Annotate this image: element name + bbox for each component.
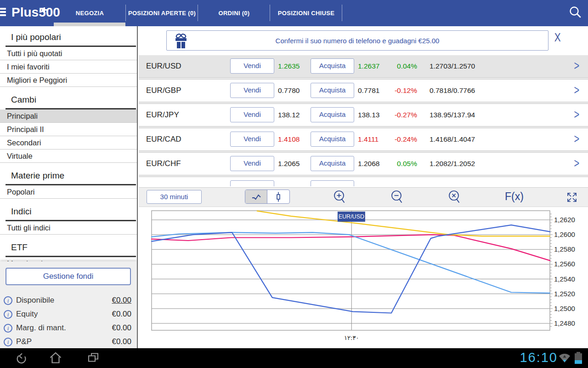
sidebar-item-secondari[interactable]: Secondari [0, 136, 137, 150]
line-chart-button[interactable] [245, 190, 267, 203]
plus500-logo: Plus500 [11, 5, 60, 20]
instrument-name: EUR/JPY [146, 104, 179, 126]
day-range: 138.95/137.94 [430, 104, 475, 126]
sell-button[interactable]: Vendi [230, 156, 274, 171]
fullscreen-icon [565, 190, 579, 204]
instrument-row-eur-cad[interactable]: EUR/CADVendi1.4108Acquista1.4111-0.24%1.… [139, 128, 588, 150]
search-icon [568, 5, 583, 21]
buy-button[interactable]: Acquista [311, 83, 354, 98]
home-button[interactable] [49, 351, 62, 367]
sidebar-item-principali[interactable]: Principali [0, 109, 137, 123]
logo-plus-icon [42, 7, 47, 12]
battery-icon [574, 351, 582, 366]
zoom-out-button[interactable] [390, 190, 405, 207]
sidebar-item-popolari[interactable]: Popolari [0, 185, 137, 199]
info-icon[interactable]: i [4, 338, 12, 346]
sidebar-section-i-pi-popolari: I più popolariTutti i più quotatiI miei … [0, 32, 137, 87]
row-chevron-icon[interactable]: > [574, 54, 579, 79]
row-chevron-icon[interactable]: > [574, 79, 579, 103]
sidebar-item-tutti-gli-indici[interactable]: Tutti gli indici [0, 221, 137, 235]
functions-button[interactable]: F(x) [505, 190, 524, 203]
day-range: 1.4168/1.4047 [430, 128, 475, 150]
search-button[interactable] [568, 5, 583, 21]
sidebar-section-title: I più popolari [6, 32, 136, 47]
account-label: Disponibile [16, 296, 54, 305]
buy-price: 1.4111 [358, 128, 379, 150]
manage-funds-button[interactable]: Gestione fondi [6, 268, 131, 285]
back-icon [14, 351, 28, 365]
instrument-row-eur-jpy[interactable]: EUR/JPYVendi138.12Acquista138.13-0.27%13… [139, 104, 588, 126]
timeframe-button[interactable]: 30 minuti [147, 190, 202, 204]
promo-banner-text: Confermi il suo numero di telefono e gua… [276, 37, 440, 45]
sell-price: 1.2065 [278, 153, 300, 175]
buy-button[interactable]: Acquista [311, 132, 354, 147]
zoom-reset-button[interactable] [447, 190, 463, 207]
sidebar-item-tutti-i-pi-quotati[interactable]: Tutti i più quotati [0, 47, 137, 60]
back-button[interactable] [14, 351, 28, 367]
buy-price: 1.2068 [358, 153, 379, 175]
info-icon[interactable]: i [4, 310, 12, 319]
sidebar-item-principali-ii[interactable]: Principali II [0, 123, 137, 136]
buy-button[interactable] [311, 180, 354, 186]
row-chevron-icon[interactable]: > [574, 152, 579, 176]
logo-text: Plus500 [11, 5, 60, 19]
tab-posizioni-chiuse[interactable]: POSIZIONI CHIUSE [270, 0, 342, 26]
x-axis-label: ١٢:٣٠ [344, 334, 359, 341]
recents-button[interactable] [86, 351, 100, 367]
info-icon[interactable]: i [4, 296, 12, 305]
sidebar-nav: I più popolariTutti i più quotatiI miei … [0, 26, 137, 270]
sell-button[interactable]: Vendi [230, 107, 274, 122]
buy-button[interactable]: Acquista [311, 156, 354, 171]
sell-button[interactable]: Vendi [230, 132, 274, 147]
sell-button[interactable]: Vendi [230, 58, 274, 74]
sidebar-section-title: Indici [6, 207, 136, 221]
price-chart-svg: 1,26201,26001,25801,25601,25401,25201,25… [139, 207, 588, 348]
row-chevron-icon[interactable]: > [574, 127, 579, 152]
buy-button[interactable]: Acquista [311, 107, 354, 122]
tab-negozia[interactable]: NEGOZIA [54, 0, 126, 26]
sidebar-section-title: Materie prime [6, 171, 136, 185]
instrument-row-partial[interactable] [139, 177, 588, 186]
plus500-app: Plus500 NEGOZIAPOSIZIONI APERTE (0)ORDIN… [0, 0, 588, 368]
sell-price: 1.2635 [278, 55, 300, 77]
banner-close-button[interactable]: X [554, 31, 560, 43]
android-nav-bar: 16:10 [0, 348, 588, 368]
change-percent: -0.27% [381, 104, 417, 126]
series-blue [152, 225, 550, 313]
sell-price: 1.4108 [278, 128, 300, 150]
row-chevron-icon[interactable]: > [574, 103, 579, 127]
sidebar-item-i-miei-favoriti[interactable]: I miei favoriti [0, 60, 137, 74]
sell-button[interactable]: Vendi [230, 83, 274, 98]
zoom-reset-icon [447, 190, 463, 205]
sidebar-section-materie-prime: Materie primePopolari [0, 171, 137, 199]
buy-button[interactable]: Acquista [311, 58, 354, 74]
day-range: 0.7818/0.7766 [430, 80, 475, 102]
instrument-row-eur-usd[interactable]: EUR/USDVendi1.2635Acquista1.26370.04%1.2… [139, 55, 588, 77]
y-axis-label: 1,2580 [554, 245, 575, 253]
sidebar-item-migliori-e-peggiori[interactable]: Migliori e Peggiori [0, 74, 137, 87]
zoom-in-button[interactable] [332, 190, 348, 207]
candlestick-icon [272, 191, 284, 203]
instrument-name: EUR/CHF [146, 153, 181, 175]
sell-button[interactable] [230, 180, 274, 186]
zoom-in-icon [332, 190, 348, 205]
price-chart[interactable]: 1,26201,26001,25801,25601,25401,25201,25… [139, 207, 588, 348]
y-axis-label: 1,2540 [554, 275, 575, 283]
instrument-row-eur-gbp[interactable]: EUR/GBPVendi0.7780Acquista0.7781-0.12%0.… [139, 80, 588, 102]
menu-icon[interactable] [0, 8, 6, 17]
account-summary: iDisponibile€0.00iEquity€0.00iMarg. di m… [0, 293, 137, 348]
sell-price: 0.7780 [278, 80, 300, 102]
instrument-row-eur-chf[interactable]: EUR/CHFVendi1.2065Acquista1.20680.05%1.2… [139, 153, 588, 175]
tab-posizioni-aperte-0[interactable]: POSIZIONI APERTE (0) [126, 0, 198, 26]
sidebar-section-indici: IndiciTutti gli indici [0, 207, 137, 235]
candlestick-chart-button[interactable] [267, 190, 289, 203]
fullscreen-button[interactable] [565, 190, 579, 206]
sidebar-item-virtuale[interactable]: Virtuale [0, 150, 137, 163]
account-row-disponibile: iDisponibile€0.00 [0, 293, 137, 307]
info-icon[interactable]: i [4, 324, 12, 333]
promo-banner[interactable]: Confermi il suo numero di telefono e gua… [166, 30, 548, 51]
account-row-p-p: iP&P€0.00 [0, 335, 137, 348]
recents-icon [86, 351, 100, 365]
sidebar-section-cambi: CambiPrincipaliPrincipali IISecondariVir… [0, 95, 137, 163]
tab-ordini-0[interactable]: ORDINI (0) [198, 0, 270, 26]
